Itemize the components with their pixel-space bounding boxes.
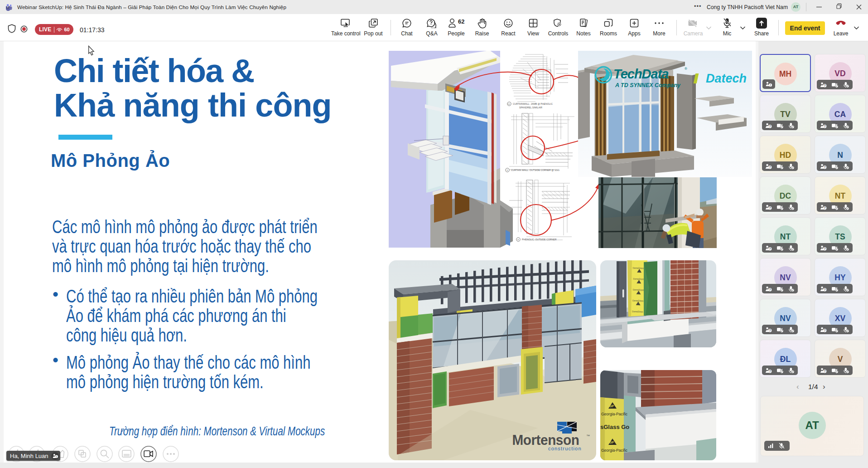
svg-text:construction: construction: [548, 446, 582, 451]
svg-text:T: T: [7, 6, 8, 9]
svg-text:Datech: Datech: [706, 72, 747, 85]
svg-text:?: ?: [769, 370, 771, 373]
svg-text:?: ?: [769, 288, 771, 291]
svg-text:!: !: [770, 83, 771, 87]
svg-text:?: ?: [769, 329, 771, 332]
svg-text:?: ?: [824, 288, 825, 291]
svg-text:!: !: [56, 455, 57, 458]
svg-text:?: ?: [769, 166, 771, 169]
svg-text:TechData: TechData: [613, 67, 669, 81]
svg-text:?: ?: [769, 206, 771, 210]
svg-text:?: ?: [824, 125, 825, 128]
svg-text:?: ?: [824, 166, 825, 169]
svg-text:?: ?: [824, 84, 825, 87]
svg-text:?: ?: [824, 329, 825, 332]
svg-text:™: ™: [586, 434, 590, 438]
svg-text:?: ?: [769, 247, 771, 250]
svg-text:Georgia-Pacific: Georgia-Pacific: [601, 448, 628, 453]
svg-text:62: 62: [458, 18, 464, 25]
svg-text:GP: GP: [609, 405, 614, 408]
svg-text:A TD SYNNEX Company: A TD SYNNEX Company: [615, 82, 681, 88]
svg-text:?: ?: [824, 370, 825, 373]
svg-text:®: ®: [685, 67, 687, 71]
svg-text:GP: GP: [609, 441, 614, 444]
svg-text:Georgia-Pacific: Georgia-Pacific: [601, 412, 628, 416]
svg-text:?: ?: [824, 206, 825, 210]
svg-text:?: ?: [769, 125, 771, 128]
svg-text:?: ?: [824, 247, 825, 250]
svg-text:sGlass Go: sGlass Go: [600, 424, 629, 430]
